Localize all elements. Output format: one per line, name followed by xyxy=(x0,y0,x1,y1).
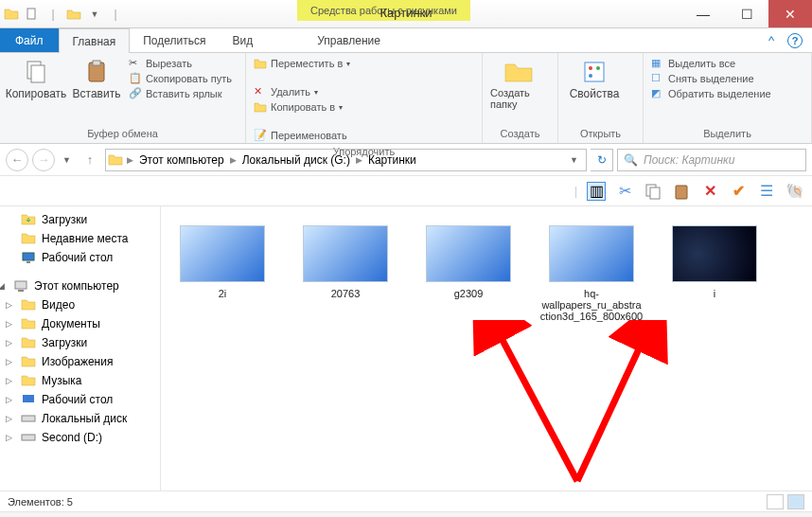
list-tool-icon[interactable]: ☰ xyxy=(757,182,776,201)
tab-share[interactable]: Поделиться xyxy=(130,28,219,52)
paste-button[interactable]: Вставить xyxy=(68,57,125,100)
tab-file[interactable]: Файл xyxy=(0,28,59,52)
nav-second-drive[interactable]: ▷Second (D:) xyxy=(0,428,160,447)
view-large-icon[interactable] xyxy=(787,494,804,509)
folder-small-icon xyxy=(108,152,123,168)
check-tool-icon[interactable]: ✔ xyxy=(729,182,748,201)
refresh-button[interactable]: ↻ xyxy=(591,149,613,171)
shell-icon[interactable]: 🐚 xyxy=(786,182,804,201)
path-icon: 📋 xyxy=(129,72,142,85)
copy-path-button[interactable]: 📋Скопировать путь xyxy=(129,72,232,85)
tree-expand-icon[interactable]: ◢ xyxy=(0,281,5,291)
nav-this-pc[interactable]: ◢Этот компьютер xyxy=(0,276,160,295)
nav-desktop[interactable]: Рабочий стол xyxy=(0,248,160,267)
drive-icon xyxy=(21,411,36,426)
qat-sep: | xyxy=(45,7,61,22)
tab-view[interactable]: Вид xyxy=(219,28,266,52)
tree-collapse-icon[interactable]: ▷ xyxy=(6,376,12,385)
crumb-this-pc[interactable]: Этот компьютер xyxy=(137,153,226,167)
rename-button[interactable]: 📝Переименовать xyxy=(254,129,347,142)
qat-sep2: | xyxy=(108,7,123,22)
move-to-button[interactable]: Переместить в ▾ xyxy=(254,57,350,70)
select-all-button[interactable]: ▦Выделить все xyxy=(651,57,771,70)
tab-home[interactable]: Главная xyxy=(59,28,131,53)
tree-collapse-icon[interactable]: ▷ xyxy=(6,319,12,329)
tree-collapse-icon[interactable]: ▷ xyxy=(6,338,12,348)
crumb-folder[interactable]: Картинки xyxy=(366,153,418,167)
qat-open-icon[interactable] xyxy=(66,7,81,22)
select-none-button[interactable]: ☐Снять выделение xyxy=(651,72,771,85)
up-button[interactable]: ↑ xyxy=(79,149,101,171)
thumbnail xyxy=(180,225,265,282)
pc-icon xyxy=(13,278,28,294)
nav-desktop2[interactable]: ▷Рабочий стол xyxy=(0,390,160,409)
cut-tool-icon[interactable]: ✂ xyxy=(615,182,634,201)
layout-icon[interactable]: ▥ xyxy=(587,182,606,201)
qat-dropdown-icon[interactable]: ▼ xyxy=(87,7,102,22)
paste-tool-icon[interactable] xyxy=(672,182,691,201)
nav-pane[interactable]: Загрузки Недавние места Рабочий стол ◢Эт… xyxy=(0,206,161,490)
svg-rect-18 xyxy=(22,435,35,440)
thumbnail xyxy=(672,225,757,282)
new-folder-button[interactable]: Создать папку xyxy=(490,57,547,110)
folder-icon xyxy=(21,212,36,227)
desktop-icon xyxy=(21,250,36,265)
tab-manage[interactable]: Управление xyxy=(304,28,394,52)
invert-selection-button[interactable]: ◩Обратить выделение xyxy=(651,87,771,100)
svg-point-6 xyxy=(589,66,592,70)
copy-button[interactable]: Копировать xyxy=(8,57,64,100)
view-details-icon[interactable] xyxy=(767,494,784,509)
thumbnail xyxy=(303,225,388,282)
nav-recent[interactable]: Недавние места xyxy=(0,229,160,248)
search-input[interactable]: 🔍 Поиск: Картинки xyxy=(617,149,806,171)
svg-rect-12 xyxy=(23,253,34,260)
nav-downloads2[interactable]: ▷Загрузки xyxy=(0,333,160,352)
nav-music[interactable]: ▷Музыка xyxy=(0,371,160,390)
crumb-drive[interactable]: Локальный диск (G:) xyxy=(240,153,352,167)
tree-collapse-icon[interactable]: ▷ xyxy=(6,414,12,423)
properties-button[interactable]: Свойства xyxy=(566,57,623,100)
tree-collapse-icon[interactable]: ▷ xyxy=(6,395,12,404)
nav-documents[interactable]: ▷Документы xyxy=(0,314,160,333)
chevron-right-icon[interactable]: ▶ xyxy=(228,155,238,165)
file-item[interactable]: i xyxy=(662,225,767,299)
close-button[interactable]: ✕ xyxy=(768,0,812,27)
delete-tool-icon[interactable]: ✕ xyxy=(700,182,719,201)
minimize-button[interactable]: — xyxy=(681,0,725,27)
folder-new-icon xyxy=(503,57,534,87)
chevron-right-icon[interactable]: ▶ xyxy=(125,155,135,165)
ribbon-group-new: Создать xyxy=(490,124,550,139)
history-dropdown-icon[interactable]: ▼ xyxy=(59,155,75,165)
back-button[interactable]: ← xyxy=(6,149,28,171)
qat-new-icon[interactable] xyxy=(25,7,40,22)
search-icon: 🔍 xyxy=(624,153,638,167)
copy-tool-icon[interactable] xyxy=(644,182,662,201)
delete-button[interactable]: ✕Удалить ▾ xyxy=(254,85,350,98)
file-item[interactable]: hq-wallpapers_ru_abstraction3d_165_800x6… xyxy=(539,225,644,322)
forward-button[interactable]: → xyxy=(32,149,55,171)
paste-shortcut-button[interactable]: 🔗Вставить ярлык xyxy=(129,87,232,100)
tree-collapse-icon[interactable]: ▷ xyxy=(6,357,12,366)
cut-button[interactable]: ✂Вырезать xyxy=(129,57,232,70)
nav-downloads[interactable]: Загрузки xyxy=(0,210,160,229)
file-item[interactable]: 20763 xyxy=(293,225,397,299)
breadcrumb[interactable]: ▶ Этот компьютер ▶ Локальный диск (G:) ▶… xyxy=(105,149,587,171)
maximize-button[interactable]: ☐ xyxy=(725,0,768,27)
tree-collapse-icon[interactable]: ▷ xyxy=(6,300,12,310)
file-item[interactable]: g2309 xyxy=(416,225,521,299)
moveto-icon xyxy=(254,57,267,70)
nav-local-disk[interactable]: ▷Локальный диск xyxy=(0,409,160,428)
svg-rect-0 xyxy=(27,9,35,19)
nav-videos[interactable]: ▷Видео xyxy=(0,295,160,314)
address-dropdown-icon[interactable]: ▼ xyxy=(564,155,584,165)
file-item[interactable]: 2i xyxy=(170,225,274,299)
annotation-arrows xyxy=(454,320,681,490)
help-icon[interactable]: ? xyxy=(787,33,803,48)
thumbnail xyxy=(549,225,634,282)
ribbon-collapse-icon[interactable]: ^ xyxy=(768,33,774,47)
chevron-right-icon[interactable]: ▶ xyxy=(354,155,364,165)
tree-collapse-icon[interactable]: ▷ xyxy=(6,433,12,442)
file-list[interactable]: 2i 20763 g2309 hq-wallpapers_ru_abstract… xyxy=(161,206,812,490)
nav-pictures[interactable]: ▷Изображения xyxy=(0,352,160,371)
copy-to-button[interactable]: Копировать в ▾ xyxy=(254,100,347,114)
